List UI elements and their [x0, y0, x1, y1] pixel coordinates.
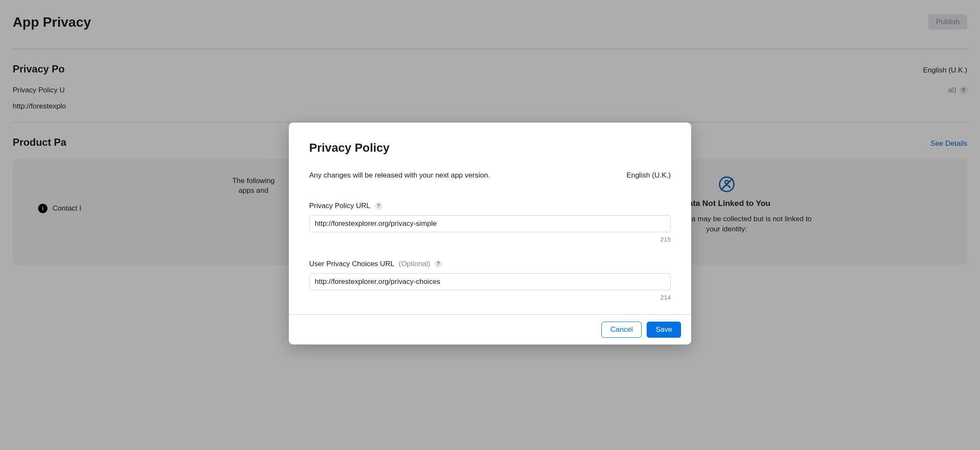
save-button[interactable]: Save: [647, 322, 681, 338]
privacy-policy-url-label: Privacy Policy URL: [309, 201, 371, 211]
privacy-policy-url-input[interactable]: [309, 215, 671, 232]
modal-title: Privacy Policy: [309, 139, 390, 156]
privacy-choices-url-field: User Privacy Choices URL (Optional) ? 21…: [309, 259, 671, 302]
optional-label: (Optional): [399, 259, 430, 269]
help-icon[interactable]: ?: [375, 202, 382, 210]
privacy-policy-modal: Privacy Policy Any changes will be relea…: [289, 122, 691, 344]
modal-footer: Cancel Save: [289, 314, 691, 344]
privacy-choices-url-label: User Privacy Choices URL: [309, 259, 394, 269]
privacy-policy-url-field: Privacy Policy URL ? 215: [309, 201, 671, 244]
cancel-button[interactable]: Cancel: [601, 322, 642, 338]
modal-overlay[interactable]: Privacy Policy Any changes will be relea…: [0, 0, 980, 450]
privacy-policy-url-counter: 215: [309, 235, 671, 244]
modal-locale[interactable]: English (U.K.): [626, 170, 671, 181]
modal-subtitle: Any changes will be released with your n…: [309, 170, 490, 181]
help-icon[interactable]: ?: [435, 260, 442, 268]
privacy-choices-url-input[interactable]: [309, 273, 671, 290]
privacy-choices-url-counter: 214: [309, 293, 671, 302]
